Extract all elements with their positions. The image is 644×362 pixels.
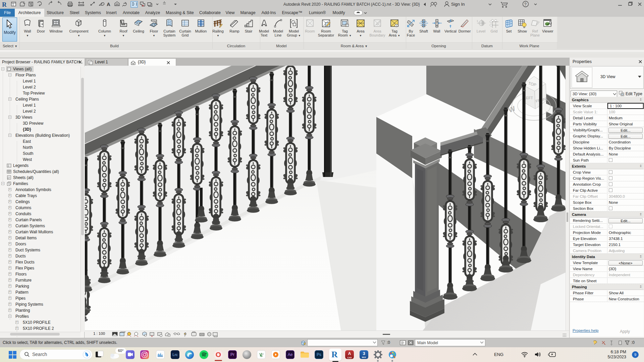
svg-text:R: R xyxy=(2,1,7,8)
svg-text:1: 1 xyxy=(346,24,347,26)
svg-text:?: ? xyxy=(524,2,527,7)
svg-text:1: 1 xyxy=(396,24,397,27)
svg-text:Sign In: Sign In xyxy=(451,2,465,7)
svg-text:1: 1 xyxy=(477,19,478,22)
svg-text:A: A xyxy=(107,1,110,7)
svg-text:12: 12 xyxy=(261,353,264,355)
